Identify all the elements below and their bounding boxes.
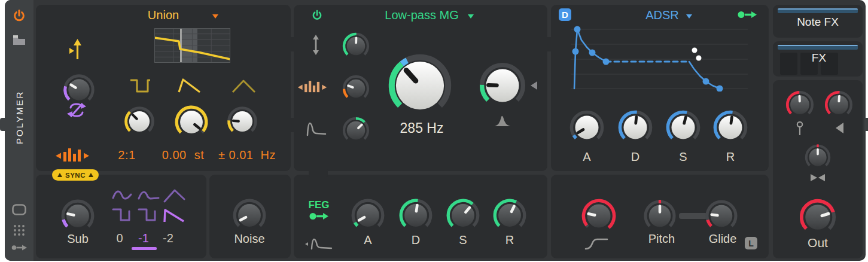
amp-sustain-knob[interactable] bbox=[664, 108, 702, 147]
sub-wave-selector[interactable] bbox=[111, 187, 187, 227]
osc-saw-level-knob[interactable] bbox=[173, 103, 210, 141]
pitch-offset-unit: st bbox=[194, 148, 205, 162]
phase-randomize-icon[interactable] bbox=[66, 102, 87, 118]
osc-filter-connector2 bbox=[288, 118, 295, 132]
feg-release-knob[interactable] bbox=[491, 197, 528, 234]
amp-level-knob[interactable] bbox=[823, 89, 854, 120]
chevron-down-icon[interactable] bbox=[468, 14, 474, 19]
amp-env-type-dropdown[interactable]: ADSR bbox=[645, 8, 679, 22]
feg-attack-knob[interactable] bbox=[349, 197, 386, 234]
sub-level-knob[interactable] bbox=[59, 197, 96, 234]
feg-curve-icon[interactable] bbox=[305, 238, 333, 250]
amp-attack-label: A bbox=[583, 150, 590, 164]
osc-pulse-level-knob[interactable] bbox=[123, 105, 156, 138]
feg-filter-connector bbox=[309, 169, 328, 177]
filter-cutoff-knob[interactable] bbox=[385, 50, 455, 121]
filter-type-dropdown[interactable]: Low-pass MG bbox=[385, 8, 458, 22]
osc-type-dropdown[interactable]: Union bbox=[148, 8, 179, 22]
filter-cutoff-value[interactable]: 285 Hz bbox=[400, 120, 444, 136]
unison-rise-icon[interactable] bbox=[69, 38, 84, 60]
sub-square-icon bbox=[113, 209, 129, 220]
sync-up-arrow-icon bbox=[89, 173, 93, 177]
note-fx-chain-bar[interactable] bbox=[778, 8, 858, 13]
glide-label: Glide bbox=[709, 232, 737, 246]
highpass-knob[interactable] bbox=[580, 197, 618, 235]
filter-resonance-knob[interactable] bbox=[477, 60, 528, 111]
device-left-connector bbox=[0, 118, 5, 131]
saw-wave-icon[interactable] bbox=[177, 77, 202, 94]
modulation-out-icon[interactable] bbox=[11, 243, 28, 252]
fx-slot[interactable] bbox=[780, 53, 797, 75]
osc-filter-connector bbox=[288, 37, 295, 51]
remote-controls-icon[interactable] bbox=[12, 204, 26, 215]
filter-keytrack-knob[interactable] bbox=[341, 74, 371, 103]
crossfade-bowtie-icon bbox=[810, 173, 826, 182]
osc-pitch-offset-value[interactable]: 0.00 st bbox=[162, 148, 205, 162]
speaker-icon bbox=[834, 122, 845, 134]
output-volume-knob[interactable] bbox=[797, 197, 838, 237]
mod-pointer-icon bbox=[531, 81, 537, 90]
dots-grid-icon[interactable] bbox=[13, 224, 26, 237]
filter-drive-knob[interactable] bbox=[341, 31, 371, 61]
amp-release-label: R bbox=[726, 150, 735, 164]
polymer-device: POLYMER Union bbox=[5, 0, 866, 261]
preset-folder-icon[interactable] bbox=[13, 35, 26, 45]
sub-octave-minus1-selected[interactable]: -1 bbox=[138, 231, 149, 245]
osc-detune-value[interactable]: ± 0.01 Hz bbox=[218, 148, 276, 162]
triangle-wave-icon[interactable] bbox=[232, 79, 256, 93]
fx-label[interactable]: FX bbox=[812, 51, 826, 65]
device-name-label: POLYMER bbox=[14, 90, 25, 144]
device-badge[interactable]: D bbox=[559, 8, 571, 21]
octave-selected-underline bbox=[132, 247, 157, 250]
sub-octave-minus2[interactable]: -2 bbox=[163, 231, 173, 245]
sub-sine-icon bbox=[113, 191, 131, 199]
oscillator-waveform-preview[interactable] bbox=[154, 28, 230, 63]
detune-unit: Hz bbox=[261, 148, 276, 162]
amp-attack-knob[interactable] bbox=[568, 108, 606, 147]
amp-envelope-graph[interactable] bbox=[568, 25, 755, 92]
vertical-range-icon[interactable] bbox=[311, 35, 321, 55]
keytrack-icon[interactable] bbox=[55, 147, 90, 164]
device-right-connector bbox=[864, 118, 868, 131]
amp-env-mod-source-icon[interactable] bbox=[737, 10, 757, 20]
chevron-down-icon[interactable] bbox=[686, 14, 692, 19]
pitch-label: Pitch bbox=[648, 232, 675, 246]
glide-knob[interactable] bbox=[703, 198, 739, 234]
amp-decay-knob[interactable] bbox=[616, 108, 654, 147]
out-label: Out bbox=[808, 236, 828, 250]
velocity-sensitivity-knob[interactable] bbox=[784, 89, 815, 120]
chevron-down-icon[interactable] bbox=[212, 14, 218, 19]
pulse-wave-icon[interactable] bbox=[129, 78, 151, 94]
noise-level-knob[interactable] bbox=[231, 197, 268, 234]
device-power-icon[interactable] bbox=[12, 9, 26, 23]
amp-release-knob[interactable] bbox=[711, 108, 750, 147]
sync-label: SYNC bbox=[65, 172, 86, 179]
note-fx-label[interactable]: Note FX bbox=[797, 16, 839, 29]
pan-knob[interactable] bbox=[803, 143, 832, 172]
filter-keytrack-icon[interactable] bbox=[297, 79, 327, 95]
detune-number[interactable]: ± 0.01 bbox=[218, 148, 253, 162]
sub-octave-0[interactable]: 0 bbox=[116, 231, 123, 245]
device-header-strip[interactable]: POLYMER bbox=[5, 0, 33, 261]
feg-attack-label: A bbox=[364, 233, 371, 247]
fx-chain-bar[interactable] bbox=[778, 45, 858, 50]
feg-decay-label: D bbox=[412, 233, 420, 247]
filter-env-amount-knob[interactable] bbox=[341, 115, 371, 145]
filter-power-icon[interactable] bbox=[311, 9, 323, 22]
sync-badge[interactable]: SYNC bbox=[52, 169, 99, 181]
osc-ratio-value[interactable]: 2:1 bbox=[118, 148, 135, 162]
feg-mod-source-icon[interactable] bbox=[309, 211, 329, 221]
highpass-curve-icon bbox=[584, 237, 608, 250]
resonance-bell-icon bbox=[494, 114, 511, 127]
pitch-knob[interactable] bbox=[642, 198, 678, 234]
feg-sustain-knob[interactable] bbox=[444, 197, 482, 234]
osc-triangle-level-knob[interactable] bbox=[226, 105, 259, 138]
velocity-pin-icon bbox=[796, 121, 804, 136]
filter-env-mod-icon[interactable] bbox=[306, 121, 327, 136]
feg-decay-knob[interactable] bbox=[397, 197, 434, 234]
noise-label: Noise bbox=[234, 232, 264, 246]
pitch-offset-number[interactable]: 0.00 bbox=[162, 148, 187, 162]
glide-mode-badge[interactable]: L bbox=[745, 237, 757, 249]
amp-decay-label: D bbox=[631, 150, 639, 164]
sub-half-sine-icon bbox=[139, 192, 159, 199]
